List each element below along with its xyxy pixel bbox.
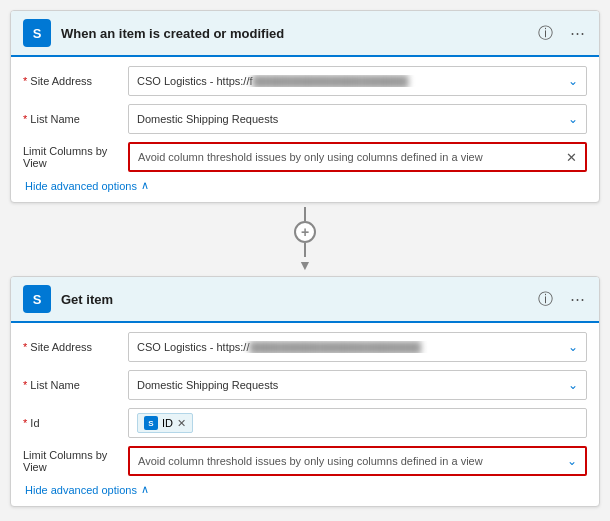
hide-advanced-2[interactable]: Hide advanced options ∧ (23, 483, 587, 496)
limit-columns-label-1: Limit Columns by View (23, 145, 128, 169)
add-step-button[interactable]: + (294, 221, 316, 243)
site-address-control-2[interactable]: CSO Logistics - https://████████████████… (128, 332, 587, 362)
trigger-title: When an item is created or modified (61, 26, 284, 41)
limit-columns-label-2: Limit Columns by View (23, 449, 128, 473)
card-trigger: S When an item is created or modified ⓘ … (10, 10, 600, 203)
chevron-up-icon-2: ∧ (141, 483, 149, 496)
list-name-chevron: ⌄ (568, 112, 578, 126)
limit-columns-value-2: Avoid column threshold issues by only us… (138, 455, 567, 467)
list-name-label-2: * List Name (23, 379, 128, 391)
id-tag-icon: S (144, 416, 158, 430)
list-name-row: * List Name Domestic Shipping Requests ⌄ (23, 103, 587, 135)
id-tag-remove[interactable]: ✕ (177, 417, 186, 430)
limit-columns-clear-1[interactable]: ✕ (566, 150, 577, 165)
site-address-row: * Site Address CSO Logistics - https://f… (23, 65, 587, 97)
list-name-chevron-2: ⌄ (568, 378, 578, 392)
list-name-value: Domestic Shipping Requests (137, 113, 568, 125)
site-address-row-2: * Site Address CSO Logistics - https://█… (23, 331, 587, 363)
action-title: Get item (61, 292, 113, 307)
help-button[interactable]: ⓘ (535, 23, 555, 43)
id-control[interactable]: S ID ✕ (128, 408, 587, 438)
list-name-control-2[interactable]: Domestic Shipping Requests ⌄ (128, 370, 587, 400)
limit-columns-chevron-2: ⌄ (567, 454, 577, 468)
limit-columns-row-2: Limit Columns by View Avoid column thres… (23, 445, 587, 477)
list-name-value-2: Domestic Shipping Requests (137, 379, 568, 391)
card-header-action: S Get item ⓘ ⋯ (11, 277, 599, 323)
limit-columns-value-1: Avoid column threshold issues by only us… (138, 151, 560, 163)
list-name-label: * List Name (23, 113, 128, 125)
list-name-row-2: * List Name Domestic Shipping Requests ⌄ (23, 369, 587, 401)
chevron-up-icon-1: ∧ (141, 179, 149, 192)
card2-header-right: ⓘ ⋯ (535, 289, 587, 309)
site-address-label-2: * Site Address (23, 341, 128, 353)
help-button-2[interactable]: ⓘ (535, 289, 555, 309)
action-icon: S (23, 285, 51, 313)
site-address-label: * Site Address (23, 75, 128, 87)
site-address-value-2: CSO Logistics - https://████████████████… (137, 341, 568, 353)
id-tag-label: ID (162, 417, 173, 429)
limit-columns-control-1[interactable]: Avoid column threshold issues by only us… (128, 142, 587, 172)
card-body-trigger: * Site Address CSO Logistics - https://f… (11, 57, 599, 202)
id-label: * Id (23, 417, 128, 429)
connector: + ▼ (294, 207, 316, 272)
limit-columns-row-1: Limit Columns by View Avoid column thres… (23, 141, 587, 173)
trigger-icon: S (23, 19, 51, 47)
site-address-chevron-2: ⌄ (568, 340, 578, 354)
card2-header-left: S Get item (23, 285, 113, 313)
id-tag: S ID ✕ (137, 413, 193, 433)
card-body-action: * Site Address CSO Logistics - https://█… (11, 323, 599, 506)
hide-advanced-1[interactable]: Hide advanced options ∧ (23, 179, 587, 192)
site-address-control[interactable]: CSO Logistics - https://f███████████████… (128, 66, 587, 96)
list-name-control[interactable]: Domestic Shipping Requests ⌄ (128, 104, 587, 134)
limit-columns-control-2[interactable]: Avoid column threshold issues by only us… (128, 446, 587, 476)
more-button-2[interactable]: ⋯ (567, 289, 587, 309)
connector-line-top (304, 207, 306, 221)
connector-arrow: ▼ (298, 258, 312, 272)
card-header-left: S When an item is created or modified (23, 19, 284, 47)
more-button[interactable]: ⋯ (567, 23, 587, 43)
card-action: S Get item ⓘ ⋯ * Site Address CSO Logist… (10, 276, 600, 507)
site-address-chevron: ⌄ (568, 74, 578, 88)
id-row: * Id S ID ✕ (23, 407, 587, 439)
site-address-value: CSO Logistics - https://f███████████████… (137, 75, 568, 87)
connector-line-bottom (304, 243, 306, 257)
card-header-right: ⓘ ⋯ (535, 23, 587, 43)
card-header-trigger: S When an item is created or modified ⓘ … (11, 11, 599, 57)
